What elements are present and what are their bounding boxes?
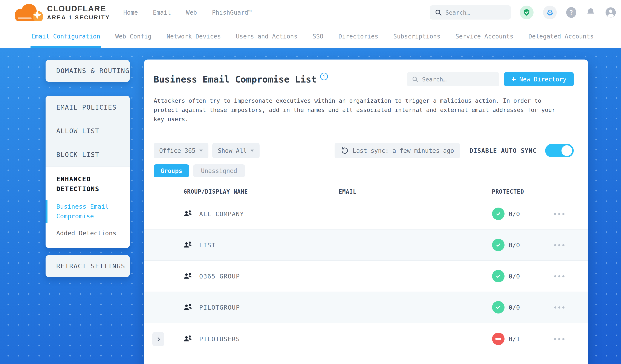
user-menu-button[interactable]: [605, 7, 616, 18]
page-description: Attackers often try to impersonate execu…: [154, 96, 564, 124]
tab-subscriptions[interactable]: Subscriptions: [393, 25, 440, 48]
sidebar-item-retract-settings[interactable]: RETRACT SETTINGS: [46, 255, 130, 277]
auto-sync-toggle[interactable]: [545, 144, 574, 157]
bell-icon: [586, 8, 596, 17]
row-menu-button[interactable]: [558, 275, 560, 277]
table-row[interactable]: PILOTGROUP 0/0: [144, 292, 588, 323]
new-directory-label: New Directory: [519, 76, 567, 83]
top-header: CLOUDFLARE AREA 1 SECURITY Home Email We…: [0, 0, 621, 25]
show-filter-value: Show All: [218, 147, 247, 154]
sidebar-item-block-list[interactable]: BLOCK LIST: [46, 143, 130, 167]
expand-row-button[interactable]: [152, 332, 164, 346]
group-name: ALL COMPANY: [199, 210, 244, 218]
sidebar-item-email-policies[interactable]: EMAIL POLICIES: [46, 96, 130, 119]
table-row[interactable]: LIST 0/0: [144, 229, 588, 261]
app-root: CLOUDFLARE AREA 1 SECURITY Home Email We…: [0, 0, 621, 364]
group-name: O365_GROUP: [199, 273, 240, 280]
protected-status-icon: [492, 239, 504, 251]
table-row[interactable]: PILOTUSERS 0/1: [144, 323, 588, 354]
help-button[interactable]: ?: [566, 7, 576, 18]
filters-row: Office 365 Show All Last sync: a few min…: [154, 143, 574, 158]
group-name: LIST: [199, 242, 216, 249]
search-icon: [412, 76, 419, 83]
row-menu-button[interactable]: [558, 213, 560, 215]
group-icon: [184, 271, 192, 280]
disable-auto-sync-label: DISABLE AUTO SYNC: [469, 147, 536, 154]
brand-subtitle: AREA 1 SECURITY: [47, 15, 110, 20]
column-email: EMAIL: [339, 189, 357, 195]
directory-dropdown-value: Office 365: [159, 147, 195, 154]
nav-home[interactable]: Home: [123, 9, 138, 16]
group-name: PILOTUSERS: [199, 335, 240, 343]
enhanced-detections-label[interactable]: ENHANCED DETECTIONS: [56, 174, 119, 194]
user-avatar-icon: [605, 7, 616, 18]
nav-email[interactable]: Email: [153, 9, 171, 16]
question-icon: ?: [569, 9, 573, 16]
protected-count: 0/0: [509, 304, 520, 311]
tab-groups[interactable]: Groups: [154, 164, 189, 177]
last-sync-button[interactable]: Last sync: a few minutes ago: [335, 143, 460, 158]
sidebar-section-enhanced-detections: ENHANCED DETECTIONS Business Email Compr…: [46, 167, 130, 248]
new-directory-button[interactable]: + New Directory: [504, 72, 574, 87]
protected-count: 0/1: [509, 335, 520, 343]
protected-status-icon: [492, 270, 504, 282]
info-icon[interactable]: i: [320, 73, 328, 80]
chevron-down-icon: [251, 150, 254, 152]
tab-service-accounts[interactable]: Service Accounts: [456, 25, 514, 48]
content-area: DOMAINS & ROUTING EMAIL POLICIES ALLOW L…: [0, 48, 621, 364]
settings-button[interactable]: ⚙: [543, 6, 557, 19]
panel-header: Business Email Compromise List i + New D…: [154, 72, 574, 87]
retract-settings-label: RETRACT SETTINGS: [56, 262, 125, 270]
section-tabs: Email Configuration Web Config Network D…: [0, 25, 621, 48]
tab-unassigned[interactable]: Unassigned: [193, 164, 245, 177]
global-search-input[interactable]: [446, 9, 506, 16]
chevron-right-icon: [156, 337, 160, 341]
row-menu-button[interactable]: [558, 244, 560, 246]
sidebar-item-allow-list[interactable]: ALLOW LIST: [46, 119, 130, 143]
sidebar-policies-card: EMAIL POLICIES ALLOW LIST BLOCK LIST ENH…: [46, 96, 130, 248]
column-group-display-name: GROUP/DISPLAY NAME: [184, 189, 248, 195]
tab-web-config[interactable]: Web Config: [115, 25, 152, 48]
tab-delegated-accounts[interactable]: Delegated Accounts: [528, 25, 593, 48]
column-protected: PROTECTED: [492, 189, 524, 195]
sidebar-item-added-detections[interactable]: Added Detections: [56, 228, 122, 238]
domains-routing-label: DOMAINS & ROUTING: [56, 67, 130, 75]
table-row[interactable]: O365_GROUP 0/0: [144, 261, 588, 292]
sidebar-item-business-email-compromise[interactable]: Business Email Compromise: [56, 202, 115, 221]
nav-phishguard[interactable]: PhishGuard™: [212, 9, 252, 16]
group-icon: [184, 209, 192, 218]
divider: [154, 133, 574, 133]
notifications-button[interactable]: [586, 8, 596, 17]
protected-count: 0/0: [509, 242, 520, 249]
tab-users-and-actions[interactable]: Users and Actions: [236, 25, 298, 48]
directory-dropdown[interactable]: Office 365: [154, 143, 208, 158]
group-name: PILOTGROUP: [199, 304, 240, 311]
tab-network-devices[interactable]: Network Devices: [167, 25, 221, 48]
tab-directories[interactable]: Directories: [338, 25, 378, 48]
list-search: [407, 72, 499, 87]
nav-web[interactable]: Web: [186, 9, 197, 16]
minus-icon: [495, 338, 501, 340]
row-menu-button[interactable]: [558, 306, 560, 309]
search-icon: [435, 9, 442, 16]
show-filter-dropdown[interactable]: Show All: [212, 143, 260, 158]
view-tabs: Groups Unassigned: [154, 164, 574, 177]
table-row[interactable]: ALL COMPANY 0/0: [144, 198, 588, 229]
global-search: [430, 5, 511, 19]
refresh-icon: [341, 147, 349, 155]
protected-count: 0/0: [509, 210, 520, 218]
cloudflare-cloud-icon: [12, 2, 44, 22]
page-title: Business Email Compromise List: [154, 74, 317, 85]
tab-sso[interactable]: SSO: [312, 25, 323, 48]
tab-email-configuration[interactable]: Email Configuration: [31, 25, 100, 48]
shield-check-icon: [523, 9, 531, 16]
last-sync-text: Last sync: a few minutes ago: [353, 147, 454, 154]
brand-name: CLOUDFLARE: [47, 5, 110, 13]
list-search-input[interactable]: [422, 76, 495, 83]
sidebar-item-domains-routing[interactable]: DOMAINS & ROUTING: [46, 60, 130, 82]
chevron-down-icon: [199, 150, 203, 152]
main-panel: Business Email Compromise List i + New D…: [144, 60, 588, 364]
protected-status-icon: [492, 333, 504, 345]
security-status-button[interactable]: [520, 6, 534, 19]
row-menu-button[interactable]: [558, 338, 560, 340]
